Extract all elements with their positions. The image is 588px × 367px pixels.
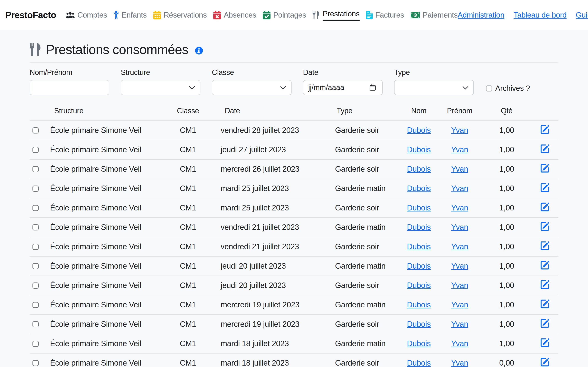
qte-cell: 1,00 <box>482 179 531 198</box>
name-input[interactable] <box>30 80 109 95</box>
prenom-link[interactable]: Yvan <box>451 300 468 309</box>
row-checkbox[interactable] <box>33 244 39 250</box>
edit-row-button[interactable] <box>540 280 550 289</box>
edit-row-button[interactable] <box>540 164 550 173</box>
date-cell: jeudi 20 juillet 2023 <box>213 256 327 276</box>
edit-row-button[interactable] <box>540 125 550 134</box>
edit-row-button[interactable] <box>540 183 550 192</box>
nav-item-comptes[interactable]: Comptes <box>66 11 107 19</box>
brand-logo[interactable]: PrestoFacto <box>5 10 56 20</box>
pencil-square-icon <box>540 338 550 347</box>
nom-link[interactable]: Dubois <box>407 242 431 251</box>
structure-filter-group: Structure <box>121 68 200 95</box>
guide-link[interactable]: Guide <box>576 11 588 19</box>
prenom-link[interactable]: Yvan <box>451 184 468 193</box>
date-cell: mardi 25 juillet 2023 <box>213 179 327 198</box>
structure-cell: École primaire Simone Veil <box>50 179 163 198</box>
structure-select[interactable] <box>121 80 200 95</box>
row-checkbox[interactable] <box>33 147 39 153</box>
row-checkbox[interactable] <box>33 263 39 269</box>
prenom-link[interactable]: Yvan <box>451 145 468 154</box>
row-checkbox[interactable] <box>33 224 39 230</box>
type-cell: Garderie soir <box>327 237 401 256</box>
date-input[interactable]: jj/mm/aaaa <box>303 80 383 95</box>
filters-bar: Nom/Prénom Structure Classe Date jj/mm/a… <box>30 68 558 95</box>
date-cell: mardi 18 juillet 2023 <box>213 353 327 367</box>
edit-row-button[interactable] <box>540 241 550 250</box>
edit-row-button[interactable] <box>540 260 550 270</box>
administration-link[interactable]: Administration <box>458 11 504 19</box>
classe-cell: CM1 <box>163 295 213 315</box>
info-icon[interactable] <box>195 47 203 55</box>
edit-row-button[interactable] <box>540 299 550 309</box>
row-checkbox[interactable] <box>33 321 39 327</box>
header-date: Date <box>213 103 327 121</box>
prenom-link[interactable]: Yvan <box>451 242 468 251</box>
date-cell: mardi 18 juillet 2023 <box>213 334 327 353</box>
nom-link[interactable]: Dubois <box>407 145 431 154</box>
row-checkbox[interactable] <box>33 205 39 211</box>
pencil-square-icon <box>540 202 550 212</box>
nom-link[interactable]: Dubois <box>407 300 431 309</box>
row-checkbox[interactable] <box>33 127 39 133</box>
nav-item-prestations[interactable]: Prestations <box>313 10 360 21</box>
classe-cell: CM1 <box>163 217 213 237</box>
nav-item-absences[interactable]: Absences <box>213 11 256 19</box>
type-cell: Garderie soir <box>327 315 401 334</box>
row-checkbox[interactable] <box>33 341 39 347</box>
date-filter-group: Date jj/mm/aaaa <box>303 68 383 95</box>
nav-item-enfants[interactable]: Enfants <box>114 11 147 19</box>
edit-row-button[interactable] <box>540 144 550 153</box>
nom-link[interactable]: Dubois <box>407 320 431 328</box>
prenom-link[interactable]: Yvan <box>451 126 468 134</box>
edit-row-button[interactable] <box>540 202 550 212</box>
edit-row-button[interactable] <box>540 357 550 367</box>
prenom-link[interactable]: Yvan <box>451 339 468 348</box>
header-classe: Classe <box>163 103 213 121</box>
nav-item-reservations[interactable]: Réservations <box>153 11 207 19</box>
dashboard-link[interactable]: Tableau de bord <box>514 11 567 19</box>
prenom-link[interactable]: Yvan <box>451 359 468 367</box>
structure-cell: École primaire Simone Veil <box>50 217 163 237</box>
qte-cell: 1,00 <box>482 140 531 159</box>
date-cell: mercredi 19 juillet 2023 <box>213 315 327 334</box>
row-checkbox[interactable] <box>33 166 39 172</box>
calendar-glyph-icon[interactable] <box>369 84 376 91</box>
archives-checkbox[interactable] <box>486 85 492 92</box>
pencil-square-icon <box>540 280 550 289</box>
nom-link[interactable]: Dubois <box>407 126 431 134</box>
type-select[interactable] <box>394 80 474 95</box>
structure-cell: École primaire Simone Veil <box>50 276 163 295</box>
edit-row-button[interactable] <box>540 338 550 347</box>
table-row: École primaire Simone Veil CM1 mercredi … <box>30 295 558 315</box>
classe-cell: CM1 <box>163 140 213 159</box>
nav-item-factures[interactable]: Factures <box>366 11 404 19</box>
row-checkbox[interactable] <box>33 283 39 289</box>
prenom-link[interactable]: Yvan <box>451 165 468 173</box>
edit-row-button[interactable] <box>540 222 550 231</box>
nom-link[interactable]: Dubois <box>407 339 431 348</box>
prenom-link[interactable]: Yvan <box>451 262 468 270</box>
header-actions <box>531 103 558 121</box>
row-checkbox[interactable] <box>33 302 39 308</box>
nav-item-paiements[interactable]: Paiements <box>411 11 458 19</box>
edit-row-button[interactable] <box>540 319 550 328</box>
nom-link[interactable]: Dubois <box>407 262 431 270</box>
nom-link[interactable]: Dubois <box>407 359 431 367</box>
nav-item-pointages[interactable]: Pointages <box>263 11 306 19</box>
nom-link[interactable]: Dubois <box>407 184 431 193</box>
nom-link[interactable]: Dubois <box>407 223 431 232</box>
prenom-link[interactable]: Yvan <box>451 281 468 290</box>
row-checkbox[interactable] <box>33 360 39 366</box>
nom-link[interactable]: Dubois <box>407 165 431 173</box>
nom-link[interactable]: Dubois <box>407 203 431 212</box>
nom-link[interactable]: Dubois <box>407 281 431 290</box>
row-checkbox[interactable] <box>33 185 39 192</box>
structure-cell: École primaire Simone Veil <box>50 315 163 334</box>
qte-cell: 1,00 <box>482 237 531 256</box>
type-filter-group: Type <box>394 68 474 95</box>
prenom-link[interactable]: Yvan <box>451 203 468 212</box>
prenom-link[interactable]: Yvan <box>451 320 468 328</box>
prenom-link[interactable]: Yvan <box>451 223 468 232</box>
classe-select[interactable] <box>212 80 291 95</box>
